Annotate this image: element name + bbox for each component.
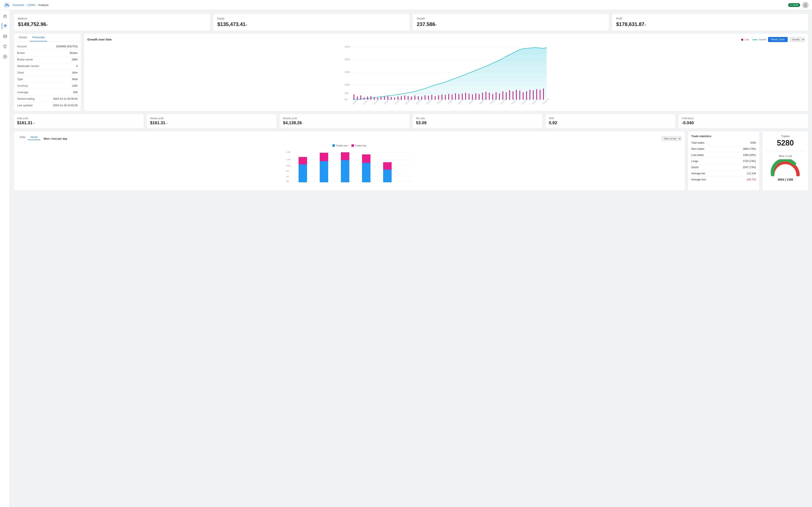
svg-rect-68 [513,91,513,100]
svg-rect-27 [374,97,375,100]
mini-stat-weekly-profit: Weekly profit $161.31 + [147,114,277,128]
tab-daily[interactable]: Daily [17,134,28,140]
stat-cards-row: Balance $149,752.96+ Equity $135,473.41+… [13,13,809,31]
svg-rect-45 [435,96,436,100]
svg-text:250%: 250% [345,46,350,48]
logo-icon [3,2,10,8]
stat-row-total-trades: Total trades 5280 [691,140,756,146]
detail-row-mt-version: Metatrader version 4 [14,63,81,69]
stat-row-avg-win: Average win 112.334 [691,170,756,177]
svg-text:600: 600 [286,175,289,177]
svg-rect-35 [401,96,402,100]
svg-rect-32 [391,97,392,100]
won-lost-tabs: Daily Hourly Won / lost per day [17,134,67,143]
equity-label: Equity [217,17,405,20]
svg-rect-64 [499,93,500,100]
svg-rect-61 [489,93,490,100]
legend-lots: Lots [741,38,749,41]
tab-bar: Daily Hourly [17,134,40,140]
breadcrumb-sep2: / [36,3,37,7]
avatar[interactable] [802,2,809,8]
details-card: Details Financials Account 2026960 (9107… [13,34,81,111]
svg-rect-73 [529,90,530,100]
middle-section: Details Financials Account 2026960 (9107… [13,34,809,111]
detail-row-currency: Currency USD [14,82,81,89]
divider: | [785,178,786,181]
svg-rect-58 [479,94,479,100]
breadcrumb-account-id[interactable]: 12345 [27,3,35,7]
svg-text:400: 400 [286,180,289,182]
svg-rect-74 [533,90,534,100]
svg-text:150%: 150% [345,71,350,73]
chart-card: Growth over time Lots Growth [84,34,809,111]
mini-stat-rrr: RRR 0.92 [545,114,676,128]
svg-text:1,000: 1,000 [286,165,291,167]
svg-rect-76 [540,90,541,100]
won-lost-section: Won | Lost 3894 | 1386 [766,151,805,181]
won-lost-title: Won / lost per day [44,137,67,140]
trades-count-section: Trades 5280 [766,134,805,151]
svg-rect-40 [418,96,419,100]
tab-hourly[interactable]: Hourly [28,134,40,140]
breadcrumb: Accounts / 12345 / Analysis [13,3,48,7]
trades-value: 5280 [766,138,805,148]
svg-rect-33 [394,98,395,100]
won-lost-bar-chart-svg: 1,400 1,200 1,000 800 600 400 [17,149,681,186]
svg-rect-71 [523,92,523,100]
svg-point-1 [805,4,806,5]
sidebar-icon-home[interactable] [2,13,8,19]
notification-badge[interactable]: 0 1639 [788,3,800,7]
breadcrumb-current: Analysis [38,3,48,7]
svg-rect-36 [404,96,405,100]
svg-rect-59 [482,93,483,100]
trade-stats-card: Trade statistics Total trades 5280 Won t… [688,131,760,191]
svg-rect-2 [4,16,6,18]
svg-rect-60 [486,92,486,100]
sidebar-icon-heart[interactable] [2,43,8,50]
stat-row-lost-trades: Lost trades 1386 (26%) [691,152,756,158]
chart-controls: Lots Growth Reset Zoom Growth [741,37,805,42]
sidebar-icon-settings[interactable] [2,53,8,60]
chart-header: Growth over time Lots Growth [87,37,805,42]
svg-rect-56 [472,95,473,100]
svg-rect-112 [320,153,328,161]
won-count: 3894 [777,178,784,181]
svg-rect-54 [465,93,466,100]
won-vs-lost-select[interactable]: Won vs lost [661,136,681,141]
legend-growth: Growth [752,38,766,41]
detail-row-broker-server: Broker server 2864 [14,56,81,63]
svg-rect-6 [3,35,7,38]
stat-row-avg-loss: Average loss -186.722 [691,177,756,182]
chart-type-select[interactable]: Growth [790,37,805,42]
svg-text:200%: 200% [345,58,350,61]
balance-value: $149,752.96+ [18,21,206,27]
svg-rect-48 [445,95,446,100]
sidebar [0,10,10,507]
sidebar-icon-inbox[interactable] [2,33,8,40]
gauge-chart [766,159,805,176]
bottom-stats-row: Daily profit $161.31 + Weekly profit $16… [13,114,809,128]
svg-rect-57 [475,93,476,100]
tab-details[interactable]: Details [16,34,30,41]
balance-label: Balance [18,17,206,20]
svg-rect-39 [414,96,415,100]
main-content: Balance $149,752.96+ Equity $135,473.41+… [10,10,812,507]
stat-card-balance: Balance $149,752.96+ [13,13,210,31]
breadcrumb-accounts[interactable]: Accounts [13,3,24,7]
tab-financials[interactable]: Financials [30,34,47,41]
sidebar-icon-layers[interactable] [2,23,8,30]
svg-text:0%: 0% [345,99,348,101]
svg-rect-43 [428,96,429,100]
reset-zoom-button[interactable]: Reset Zoom [768,37,788,42]
svg-rect-115 [362,163,370,182]
profit-label: Profit [616,17,804,20]
svg-rect-55 [469,94,469,100]
svg-rect-23 [360,96,361,100]
svg-rect-4 [4,26,7,26]
svg-rect-111 [320,161,328,182]
stat-row-longs: Longs 2733 (74%) [691,158,756,164]
gauge-svg [770,159,800,176]
svg-text:1,400: 1,400 [286,151,291,153]
svg-rect-5 [4,27,7,27]
growth-value: 237.586+ [417,21,605,27]
